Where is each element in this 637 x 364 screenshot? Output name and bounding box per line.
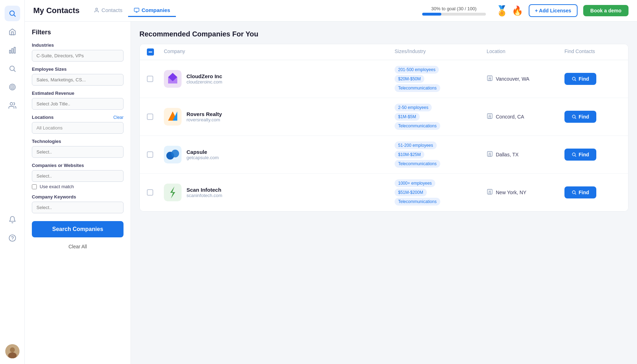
col-location-header: Location <box>487 48 564 56</box>
find-btn-col-3: Find <box>564 149 621 161</box>
company-info-2: Rovers Realty roversrealty.com <box>164 108 395 126</box>
find-btn-col-1: Find <box>564 73 621 85</box>
industries-input[interactable] <box>32 50 124 62</box>
companies-section-title: Recommended Companies For You <box>139 30 629 38</box>
company-location-2: Concord, CA <box>487 113 564 121</box>
company-domain-1[interactable]: cloudzeroinc.com <box>186 79 222 85</box>
building-icon <box>487 151 493 158</box>
svg-rect-17 <box>134 8 139 11</box>
sidebar-icon-group[interactable] <box>5 98 20 113</box>
progress-label: 30% to goal (30 / 100) <box>431 6 477 11</box>
filter-industries-label: Industries <box>32 42 124 48</box>
tab-contacts[interactable]: Contacts <box>88 4 128 17</box>
user-avatar[interactable] <box>5 344 19 358</box>
tag: Telecommunications <box>395 160 440 168</box>
book-demo-button[interactable]: Book a demo <box>583 5 629 16</box>
technologies-input[interactable] <box>32 146 124 158</box>
svg-point-35 <box>171 150 179 157</box>
svg-point-14 <box>10 347 15 352</box>
tag: 2-50 employees <box>395 104 432 111</box>
find-button-4[interactable]: Find <box>564 186 596 198</box>
add-licenses-button[interactable]: + Add Licenses <box>529 4 578 17</box>
col-find-header: Find Contacts <box>564 48 621 56</box>
company-info-3: Capsule getcapsule.com <box>164 146 395 163</box>
sidebar-icon-bell[interactable] <box>5 212 20 227</box>
company-info-1: CloudZero Inc cloudzeroinc.com <box>164 70 395 88</box>
find-button-3[interactable]: Find <box>564 149 596 161</box>
filter-locations: Locations Clear <box>32 115 124 134</box>
company-domain-4[interactable]: scaninfotech.com <box>186 193 222 198</box>
companies-panel: Recommended Companies For You Company Si… <box>131 22 637 364</box>
filter-employee-sizes-label: Employee Sizes <box>32 67 124 72</box>
svg-rect-4 <box>14 47 15 53</box>
company-domain-2[interactable]: roversrealty.com <box>186 117 222 122</box>
row-checkbox-1[interactable] <box>147 76 164 82</box>
tag: $1M-$5M <box>395 113 420 121</box>
estimated-revenue-input[interactable] <box>32 98 124 110</box>
tab-companies[interactable]: Companies <box>128 4 176 17</box>
app-header: My Contacts Contacts Companies 30% to go… <box>25 0 637 22</box>
fire-icon: 🔥 <box>512 5 523 16</box>
company-location-4: New York, NY <box>487 189 564 196</box>
row-checkbox-3[interactable] <box>147 151 164 158</box>
body-layout: Filters Industries Employee Sizes Estima… <box>25 22 637 364</box>
svg-point-10 <box>10 103 12 105</box>
sidebar-icon-magnify[interactable] <box>5 61 20 76</box>
select-all-checkbox[interactable] <box>147 48 164 56</box>
find-button-2[interactable]: Find <box>564 111 596 123</box>
filter-companies-websites-label: Companies or Websites <box>32 163 124 168</box>
sidebar <box>0 0 25 364</box>
company-tags-1: 201-500 employees$20M-$50MTelecommunicat… <box>395 66 487 92</box>
svg-line-38 <box>575 156 576 157</box>
tag: $20M-$50M <box>395 75 424 83</box>
filter-locations-label: Locations Clear <box>32 115 124 120</box>
svg-point-5 <box>10 66 14 71</box>
progress-bar <box>422 13 486 16</box>
row-checkbox-2[interactable] <box>147 114 164 120</box>
sidebar-icon-search[interactable] <box>5 6 20 21</box>
sidebar-icon-help[interactable] <box>5 230 20 246</box>
company-logo-3 <box>164 146 182 163</box>
table-header-row: Company Sizes/Industry Location Find Con… <box>140 44 628 60</box>
progress-bar-fill <box>422 13 441 16</box>
company-keywords-input[interactable] <box>32 202 124 213</box>
svg-line-6 <box>14 70 15 71</box>
filter-company-keywords-label: Company Keywords <box>32 194 124 200</box>
tag: Telecommunications <box>395 198 440 206</box>
company-name-1: CloudZero Inc <box>186 73 222 79</box>
svg-point-9 <box>12 87 13 87</box>
company-location-1: Vancouver, WA <box>487 75 564 83</box>
exact-match-checkbox[interactable] <box>32 184 37 189</box>
filter-technologies-label: Technologies <box>32 139 124 144</box>
locations-clear-link[interactable]: Clear <box>113 115 124 120</box>
filters-title: Filters <box>32 29 124 36</box>
company-domain-3[interactable]: getcapsule.com <box>186 155 219 160</box>
clear-all-button[interactable]: Clear All <box>32 242 124 251</box>
filter-company-keywords: Company Keywords <box>32 194 124 213</box>
svg-rect-2 <box>9 50 11 53</box>
find-button-1[interactable]: Find <box>564 73 596 85</box>
building-icon <box>487 113 493 121</box>
employee-sizes-input[interactable] <box>32 74 124 86</box>
company-name-4: Scan Infotech <box>186 187 222 193</box>
company-info-4: Scan Infotech scaninfotech.com <box>164 184 395 201</box>
search-companies-button[interactable]: Search Companies <box>32 221 124 237</box>
sidebar-icon-chart[interactable] <box>5 42 20 58</box>
table-row: Capsule getcapsule.com 51-200 employees$… <box>140 136 628 174</box>
tag: 201-500 employees <box>395 66 439 74</box>
table-row: CloudZero Inc cloudzeroinc.com 201-500 e… <box>140 60 628 98</box>
company-logo-1 <box>164 70 182 88</box>
col-sizes-header: Sizes/Industry <box>395 48 487 56</box>
filter-technologies: Technologies <box>32 139 124 158</box>
companies-websites-input[interactable] <box>32 170 124 182</box>
locations-input[interactable] <box>32 122 124 134</box>
company-tags-3: 51-200 employees$10M-$25MTelecommunicati… <box>395 141 487 168</box>
tag: Telecommunications <box>395 84 440 92</box>
row-checkbox-4[interactable] <box>147 189 164 196</box>
company-logo-4 <box>164 184 182 201</box>
companies-table: Company Sizes/Industry Location Find Con… <box>139 44 629 212</box>
building-icon <box>487 75 493 83</box>
company-location-3: Dallas, TX <box>487 151 564 158</box>
sidebar-icon-home[interactable] <box>5 24 20 40</box>
sidebar-icon-target[interactable] <box>5 79 20 95</box>
